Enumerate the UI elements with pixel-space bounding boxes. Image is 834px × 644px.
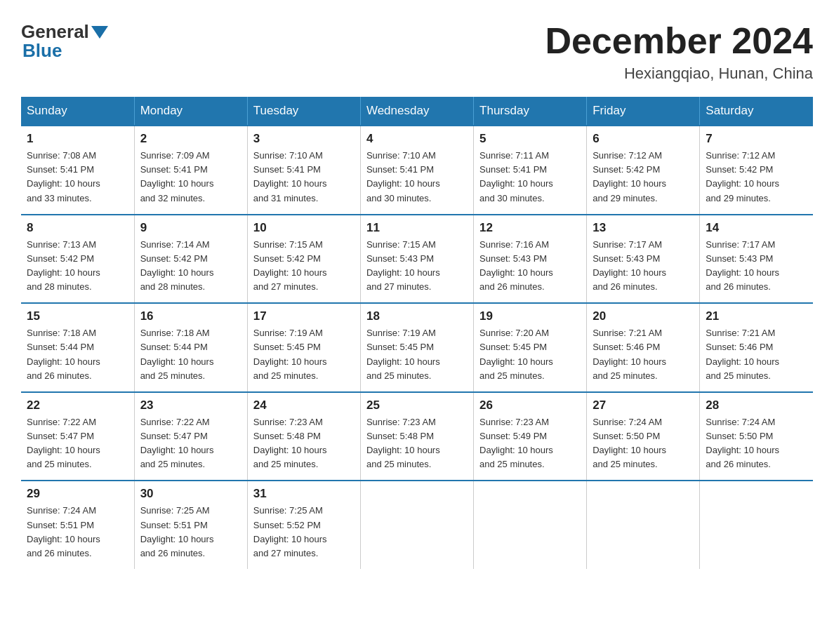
day-info: Sunrise: 7:10 AM Sunset: 5:41 PM Dayligh… xyxy=(366,150,440,203)
page-header: General Blue December 2024 Hexiangqiao, … xyxy=(21,21,813,83)
day-info: Sunrise: 7:08 AM Sunset: 5:41 PM Dayligh… xyxy=(27,150,100,203)
day-info: Sunrise: 7:25 AM Sunset: 5:51 PM Dayligh… xyxy=(140,505,214,558)
day-info: Sunrise: 7:21 AM Sunset: 5:46 PM Dayligh… xyxy=(593,328,666,380)
header-thursday: Thursday xyxy=(474,97,587,126)
table-row xyxy=(587,481,700,569)
day-info: Sunrise: 7:22 AM Sunset: 5:47 PM Dayligh… xyxy=(140,417,214,469)
day-number: 12 xyxy=(479,221,581,235)
day-number: 16 xyxy=(140,309,241,323)
table-row: 8 Sunrise: 7:13 AM Sunset: 5:42 PM Dayli… xyxy=(21,215,134,304)
day-info: Sunrise: 7:17 AM Sunset: 5:43 PM Dayligh… xyxy=(593,239,666,292)
day-info: Sunrise: 7:15 AM Sunset: 5:42 PM Dayligh… xyxy=(253,239,327,292)
table-row: 25 Sunrise: 7:23 AM Sunset: 5:48 PM Dayl… xyxy=(360,392,473,481)
table-row: 27 Sunrise: 7:24 AM Sunset: 5:50 PM Dayl… xyxy=(587,392,700,481)
header-sunday: Sunday xyxy=(21,97,134,126)
header-wednesday: Wednesday xyxy=(360,97,473,126)
table-row xyxy=(700,481,813,569)
day-info: Sunrise: 7:11 AM Sunset: 5:41 PM Dayligh… xyxy=(479,150,553,203)
day-info: Sunrise: 7:12 AM Sunset: 5:42 PM Dayligh… xyxy=(706,150,779,203)
table-row: 13 Sunrise: 7:17 AM Sunset: 5:43 PM Dayl… xyxy=(587,215,700,304)
table-row: 29 Sunrise: 7:24 AM Sunset: 5:51 PM Dayl… xyxy=(21,481,134,569)
table-row: 14 Sunrise: 7:17 AM Sunset: 5:43 PM Dayl… xyxy=(700,215,813,304)
table-row: 20 Sunrise: 7:21 AM Sunset: 5:46 PM Dayl… xyxy=(587,303,700,392)
logo-arrow-icon xyxy=(91,26,108,39)
day-info: Sunrise: 7:13 AM Sunset: 5:42 PM Dayligh… xyxy=(27,239,100,292)
table-row: 30 Sunrise: 7:25 AM Sunset: 5:51 PM Dayl… xyxy=(134,481,247,569)
table-row: 4 Sunrise: 7:10 AM Sunset: 5:41 PM Dayli… xyxy=(360,126,473,215)
table-row: 11 Sunrise: 7:15 AM Sunset: 5:43 PM Dayl… xyxy=(360,215,473,304)
table-row: 12 Sunrise: 7:16 AM Sunset: 5:43 PM Dayl… xyxy=(474,215,587,304)
logo-blue-text: Blue xyxy=(22,40,62,61)
day-info: Sunrise: 7:17 AM Sunset: 5:43 PM Dayligh… xyxy=(706,239,779,292)
day-number: 21 xyxy=(706,309,807,323)
day-info: Sunrise: 7:25 AM Sunset: 5:52 PM Dayligh… xyxy=(253,505,327,558)
day-number: 5 xyxy=(479,132,581,146)
day-number: 27 xyxy=(593,398,694,412)
day-info: Sunrise: 7:19 AM Sunset: 5:45 PM Dayligh… xyxy=(366,328,440,380)
day-number: 7 xyxy=(706,132,807,146)
title-area: December 2024 Hexiangqiao, Hunan, China xyxy=(545,21,813,83)
day-info: Sunrise: 7:14 AM Sunset: 5:42 PM Dayligh… xyxy=(140,239,214,292)
day-info: Sunrise: 7:12 AM Sunset: 5:42 PM Dayligh… xyxy=(593,150,666,203)
table-row: 28 Sunrise: 7:24 AM Sunset: 5:50 PM Dayl… xyxy=(700,392,813,481)
header-monday: Monday xyxy=(134,97,247,126)
table-row: 24 Sunrise: 7:23 AM Sunset: 5:48 PM Dayl… xyxy=(247,392,360,481)
table-row: 23 Sunrise: 7:22 AM Sunset: 5:47 PM Dayl… xyxy=(134,392,247,481)
day-info: Sunrise: 7:20 AM Sunset: 5:45 PM Dayligh… xyxy=(479,328,553,380)
day-number: 1 xyxy=(27,132,128,146)
day-number: 23 xyxy=(140,398,241,412)
day-info: Sunrise: 7:19 AM Sunset: 5:45 PM Dayligh… xyxy=(253,328,327,380)
day-number: 15 xyxy=(27,309,128,323)
day-number: 11 xyxy=(366,221,468,235)
calendar-table: Sunday Monday Tuesday Wednesday Thursday… xyxy=(21,97,813,569)
day-number: 30 xyxy=(140,487,241,501)
table-row: 15 Sunrise: 7:18 AM Sunset: 5:44 PM Dayl… xyxy=(21,303,134,392)
table-row: 9 Sunrise: 7:14 AM Sunset: 5:42 PM Dayli… xyxy=(134,215,247,304)
day-number: 26 xyxy=(479,398,581,412)
day-info: Sunrise: 7:23 AM Sunset: 5:49 PM Dayligh… xyxy=(479,417,553,469)
table-row: 7 Sunrise: 7:12 AM Sunset: 5:42 PM Dayli… xyxy=(700,126,813,215)
header-saturday: Saturday xyxy=(700,97,813,126)
day-number: 13 xyxy=(593,221,694,235)
table-row xyxy=(474,481,587,569)
calendar-body: 1 Sunrise: 7:08 AM Sunset: 5:41 PM Dayli… xyxy=(21,126,813,569)
day-number: 20 xyxy=(593,309,694,323)
day-info: Sunrise: 7:24 AM Sunset: 5:50 PM Dayligh… xyxy=(706,417,779,469)
header-friday: Friday xyxy=(587,97,700,126)
day-number: 8 xyxy=(27,221,128,235)
day-info: Sunrise: 7:22 AM Sunset: 5:47 PM Dayligh… xyxy=(27,417,100,469)
day-number: 28 xyxy=(706,398,807,412)
table-row: 6 Sunrise: 7:12 AM Sunset: 5:42 PM Dayli… xyxy=(587,126,700,215)
table-row: 26 Sunrise: 7:23 AM Sunset: 5:49 PM Dayl… xyxy=(474,392,587,481)
table-row: 21 Sunrise: 7:21 AM Sunset: 5:46 PM Dayl… xyxy=(700,303,813,392)
day-info: Sunrise: 7:23 AM Sunset: 5:48 PM Dayligh… xyxy=(253,417,327,469)
location-subtitle: Hexiangqiao, Hunan, China xyxy=(545,65,813,83)
day-number: 31 xyxy=(253,487,355,501)
day-number: 10 xyxy=(253,221,355,235)
day-number: 19 xyxy=(479,309,581,323)
table-row: 16 Sunrise: 7:18 AM Sunset: 5:44 PM Dayl… xyxy=(134,303,247,392)
logo: General Blue xyxy=(21,21,110,62)
day-info: Sunrise: 7:24 AM Sunset: 5:50 PM Dayligh… xyxy=(593,417,666,469)
day-number: 14 xyxy=(706,221,807,235)
table-row: 5 Sunrise: 7:11 AM Sunset: 5:41 PM Dayli… xyxy=(474,126,587,215)
table-row: 1 Sunrise: 7:08 AM Sunset: 5:41 PM Dayli… xyxy=(21,126,134,215)
day-number: 4 xyxy=(366,132,468,146)
day-number: 3 xyxy=(253,132,355,146)
day-info: Sunrise: 7:24 AM Sunset: 5:51 PM Dayligh… xyxy=(27,505,100,558)
day-number: 29 xyxy=(27,487,128,501)
day-number: 24 xyxy=(253,398,355,412)
day-info: Sunrise: 7:10 AM Sunset: 5:41 PM Dayligh… xyxy=(253,150,327,203)
table-row: 19 Sunrise: 7:20 AM Sunset: 5:45 PM Dayl… xyxy=(474,303,587,392)
table-row: 22 Sunrise: 7:22 AM Sunset: 5:47 PM Dayl… xyxy=(21,392,134,481)
table-row xyxy=(360,481,473,569)
day-info: Sunrise: 7:18 AM Sunset: 5:44 PM Dayligh… xyxy=(27,328,100,380)
day-info: Sunrise: 7:09 AM Sunset: 5:41 PM Dayligh… xyxy=(140,150,214,203)
day-number: 25 xyxy=(366,398,468,412)
table-row: 10 Sunrise: 7:15 AM Sunset: 5:42 PM Dayl… xyxy=(247,215,360,304)
table-row: 31 Sunrise: 7:25 AM Sunset: 5:52 PM Dayl… xyxy=(247,481,360,569)
table-row: 17 Sunrise: 7:19 AM Sunset: 5:45 PM Dayl… xyxy=(247,303,360,392)
day-number: 22 xyxy=(27,398,128,412)
day-number: 17 xyxy=(253,309,355,323)
table-row: 3 Sunrise: 7:10 AM Sunset: 5:41 PM Dayli… xyxy=(247,126,360,215)
